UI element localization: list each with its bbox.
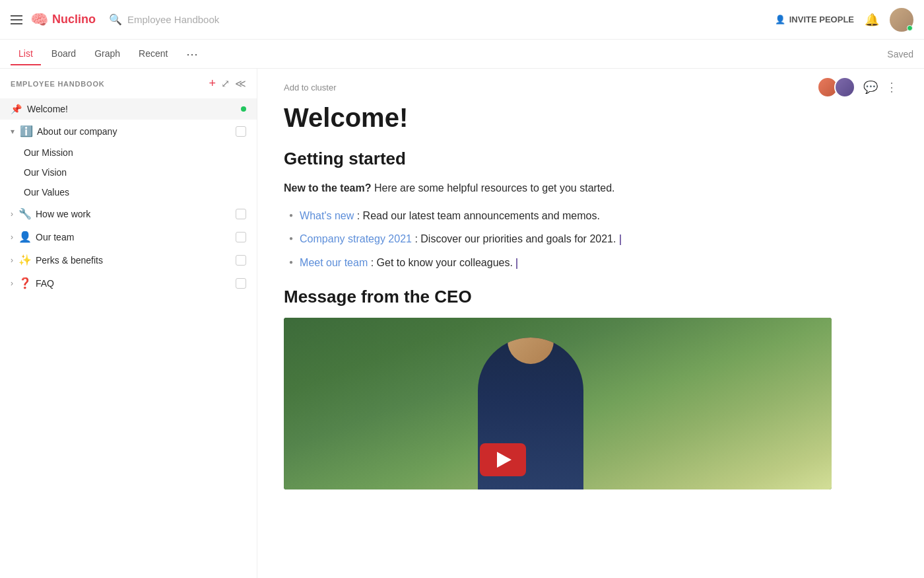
invite-people-button[interactable]: 👤 INVITE PEOPLE bbox=[775, 15, 854, 24]
item-checkbox[interactable] bbox=[236, 278, 246, 289]
sidebar-sub-label: Our Vision bbox=[24, 167, 67, 178]
sidebar-item-our-values[interactable]: Our Values bbox=[24, 182, 257, 202]
add-to-cluster-button[interactable]: Add to cluster bbox=[284, 83, 337, 92]
sidebar-item-label: How we work bbox=[36, 209, 232, 219]
sidebar-item-label: Perks & benefits bbox=[36, 255, 232, 266]
perks-emoji: ✨ bbox=[18, 254, 32, 266]
online-status-indicator bbox=[907, 25, 913, 31]
page-title: Welcome! bbox=[284, 103, 898, 133]
pin-icon: 📌 bbox=[11, 104, 22, 114]
chevron-right-icon: › bbox=[11, 256, 13, 265]
sidebar-sub-label: Our Values bbox=[24, 187, 69, 198]
tab-graph[interactable]: Graph bbox=[86, 43, 128, 65]
meet-team-link[interactable]: Meet our team bbox=[300, 257, 368, 268]
comments-icon[interactable]: 💬 bbox=[863, 80, 878, 94]
chevron-right-icon: › bbox=[11, 279, 13, 288]
faq-emoji: ❓ bbox=[18, 277, 32, 289]
sub-nav: List Board Graph Recent ⋯ Saved bbox=[0, 40, 924, 69]
item-checkbox[interactable] bbox=[236, 126, 246, 137]
ceo-message-heading: Message from the CEO bbox=[284, 287, 898, 307]
sidebar-item-how-we-work[interactable]: › 🔧 How we work bbox=[0, 202, 257, 225]
logo-area: 🧠 Nuclino bbox=[30, 11, 96, 28]
sidebar-title: EMPLOYEE HANDBOOK bbox=[11, 80, 203, 88]
user-avatar-wrap[interactable] bbox=[890, 8, 913, 32]
sidebar-item-label: Welcome! bbox=[27, 104, 237, 114]
meet-team-text: : Get to know your colleagues. bbox=[371, 257, 513, 268]
sidebar-sub-label: Our Mission bbox=[24, 147, 73, 158]
bullet-dot: ● bbox=[289, 257, 293, 268]
strategy-text: : Discover our priorities and goals for … bbox=[414, 233, 616, 244]
strategy-link[interactable]: Company strategy 2021 bbox=[300, 233, 412, 244]
play-button-area[interactable] bbox=[480, 443, 526, 476]
sidebar-item-faq[interactable]: › ❓ FAQ bbox=[0, 271, 257, 295]
resources-list: ● What's new : Read our latest team anno… bbox=[284, 207, 898, 271]
intro-strong: New to the team? bbox=[284, 182, 371, 194]
search-icon: 🔍 bbox=[109, 13, 122, 26]
item-checkbox[interactable] bbox=[236, 209, 246, 219]
collaborator-avatar-2 bbox=[834, 77, 855, 98]
sidebar-item-our-team[interactable]: › 👤 Our team bbox=[0, 225, 257, 248]
tab-list[interactable]: List bbox=[11, 43, 41, 65]
sidebar-item-our-mission[interactable]: Our Mission bbox=[24, 143, 257, 163]
sidebar-item-label: FAQ bbox=[36, 278, 232, 289]
whats-new-link[interactable]: What's new bbox=[300, 210, 354, 221]
cursor-marker-2 bbox=[516, 258, 517, 269]
cursor-marker bbox=[620, 235, 621, 245]
sidebar: EMPLOYEE HANDBOOK + ⤢ ≪ 📌 Welcome! ▾ ℹ️ … bbox=[0, 69, 257, 578]
play-button[interactable] bbox=[480, 443, 526, 476]
getting-started-heading: Getting started bbox=[284, 149, 898, 169]
search-area[interactable]: 🔍 Employee Handbook bbox=[109, 13, 767, 26]
main-body: EMPLOYEE HANDBOOK + ⤢ ≪ 📌 Welcome! ▾ ℹ️ … bbox=[0, 69, 924, 578]
chevron-right-icon: › bbox=[11, 233, 13, 242]
video-container[interactable] bbox=[284, 318, 832, 489]
logo-text: Nuclino bbox=[52, 13, 96, 26]
intro-paragraph: New to the team? Here are some helpful r… bbox=[284, 180, 898, 197]
chevron-down-icon: ▾ bbox=[11, 127, 15, 136]
content-area: Add to cluster 💬 ⋮ Welcome! Getting star… bbox=[257, 69, 924, 578]
about-subitems: Our Mission Our Vision Our Values bbox=[0, 143, 257, 202]
list-item-whats-new: ● What's new : Read our latest team anno… bbox=[289, 207, 898, 225]
intro-rest: Here are some helpful resources to get y… bbox=[374, 182, 615, 194]
add-item-button[interactable]: + bbox=[209, 77, 216, 90]
nav-right: 👤 INVITE PEOPLE 🔔 bbox=[775, 8, 913, 32]
chevron-right-icon: › bbox=[11, 209, 13, 219]
bullet-dot: ● bbox=[289, 210, 293, 221]
sidebar-actions: + ⤢ ≪ bbox=[209, 77, 246, 90]
sidebar-item-welcome[interactable]: 📌 Welcome! bbox=[0, 98, 257, 120]
sidebar-item-our-vision[interactable]: Our Vision bbox=[24, 163, 257, 182]
sidebar-item-label: About our company bbox=[37, 126, 232, 137]
about-emoji: ℹ️ bbox=[20, 125, 33, 137]
our-team-emoji: 👤 bbox=[18, 231, 32, 243]
search-placeholder: Employee Handbook bbox=[127, 14, 219, 25]
content-toolbar: Add to cluster 💬 ⋮ bbox=[257, 69, 924, 103]
collapse-sidebar-button[interactable]: ≪ bbox=[235, 77, 246, 90]
sidebar-header: EMPLOYEE HANDBOOK + ⤢ ≪ bbox=[0, 69, 257, 98]
bullet-dot: ● bbox=[289, 233, 293, 244]
tab-board[interactable]: Board bbox=[44, 43, 84, 65]
play-triangle-icon bbox=[497, 452, 512, 468]
item-checkbox[interactable] bbox=[236, 255, 246, 266]
sidebar-item-perks[interactable]: › ✨ Perks & benefits bbox=[0, 248, 257, 271]
sidebar-item-label: Our team bbox=[36, 232, 232, 242]
tab-recent[interactable]: Recent bbox=[131, 43, 176, 65]
hamburger-menu[interactable] bbox=[11, 15, 22, 24]
top-nav: 🧠 Nuclino 🔍 Employee Handbook 👤 INVITE P… bbox=[0, 0, 924, 40]
notifications-bell-icon[interactable]: 🔔 bbox=[865, 13, 879, 27]
collaborator-avatars bbox=[817, 77, 855, 98]
sidebar-item-about[interactable]: ▾ ℹ️ About our company bbox=[0, 120, 257, 143]
item-checkbox[interactable] bbox=[236, 232, 246, 242]
saved-indicator: Saved bbox=[887, 49, 913, 59]
person-add-icon: 👤 bbox=[775, 15, 785, 24]
logo-icon: 🧠 bbox=[30, 11, 48, 28]
content-body: Welcome! Getting started New to the team… bbox=[257, 103, 924, 516]
whats-new-text: : Read our latest team announcements and… bbox=[357, 210, 600, 221]
video-thumbnail bbox=[284, 318, 832, 489]
how-we-work-emoji: 🔧 bbox=[18, 207, 32, 220]
more-options-icon[interactable]: ⋮ bbox=[886, 80, 898, 94]
online-dot bbox=[241, 106, 246, 112]
expand-sidebar-button[interactable]: ⤢ bbox=[221, 77, 230, 90]
content-actions: 💬 ⋮ bbox=[817, 77, 898, 98]
more-tabs-button[interactable]: ⋯ bbox=[181, 44, 203, 64]
list-item-meet-team: ● Meet our team : Get to know your colle… bbox=[289, 254, 898, 271]
list-item-strategy: ● Company strategy 2021 : Discover our p… bbox=[289, 231, 898, 248]
